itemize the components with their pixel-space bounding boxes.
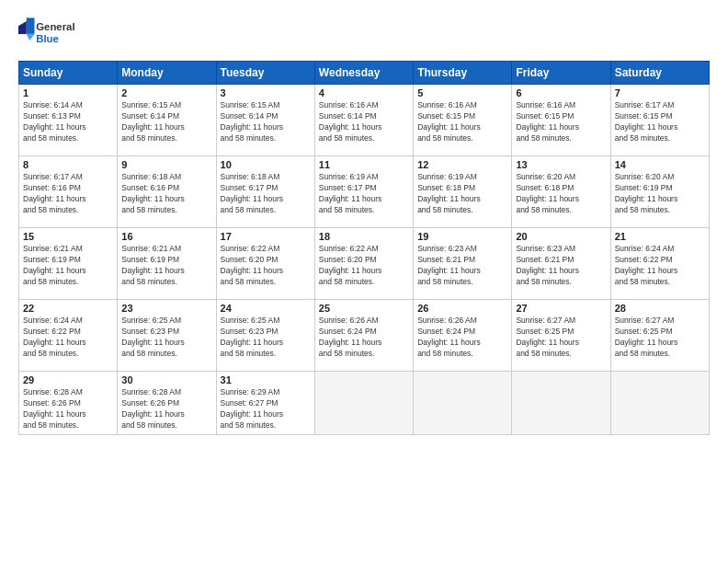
day-info: Sunrise: 6:20 AM Sunset: 6:19 PM Dayligh… — [615, 172, 705, 216]
day-number: 26 — [417, 303, 507, 314]
day-info: Sunrise: 6:26 AM Sunset: 6:24 PM Dayligh… — [319, 316, 409, 360]
calendar-day-cell — [512, 372, 610, 435]
calendar-day-cell: 13Sunrise: 6:20 AM Sunset: 6:18 PM Dayli… — [512, 156, 610, 228]
day-number: 4 — [319, 87, 409, 98]
weekday-header-saturday: Saturday — [610, 62, 709, 85]
day-number: 7 — [615, 87, 705, 98]
calendar-day-cell: 15Sunrise: 6:21 AM Sunset: 6:19 PM Dayli… — [19, 228, 118, 300]
day-info: Sunrise: 6:21 AM Sunset: 6:19 PM Dayligh… — [121, 244, 211, 288]
day-number: 16 — [121, 231, 211, 242]
day-info: Sunrise: 6:17 AM Sunset: 6:16 PM Dayligh… — [23, 172, 113, 216]
calendar-day-cell: 11Sunrise: 6:19 AM Sunset: 6:17 PM Dayli… — [314, 156, 413, 228]
weekday-header-sunday: Sunday — [19, 62, 118, 85]
day-info: Sunrise: 6:22 AM Sunset: 6:20 PM Dayligh… — [319, 244, 409, 288]
day-number: 28 — [615, 303, 705, 314]
svg-marker-4 — [18, 21, 27, 34]
day-number: 5 — [417, 87, 507, 98]
day-number: 1 — [23, 87, 113, 98]
day-number: 31 — [221, 374, 311, 385]
calendar-day-cell: 28Sunrise: 6:27 AM Sunset: 6:25 PM Dayli… — [610, 300, 709, 372]
day-number: 9 — [121, 159, 211, 170]
day-info: Sunrise: 6:18 AM Sunset: 6:17 PM Dayligh… — [221, 172, 311, 216]
svg-text:General: General — [36, 21, 74, 32]
calendar-day-cell: 23Sunrise: 6:25 AM Sunset: 6:23 PM Dayli… — [118, 300, 216, 372]
day-info: Sunrise: 6:27 AM Sunset: 6:25 PM Dayligh… — [516, 316, 606, 360]
calendar-day-cell: 2Sunrise: 6:15 AM Sunset: 6:14 PM Daylig… — [118, 85, 216, 156]
logo: General Blue — [18, 15, 83, 52]
day-info: Sunrise: 6:21 AM Sunset: 6:19 PM Dayligh… — [23, 244, 113, 288]
calendar-header-row: SundayMondayTuesdayWednesdayThursdayFrid… — [19, 62, 710, 85]
day-info: Sunrise: 6:15 AM Sunset: 6:14 PM Dayligh… — [121, 100, 211, 144]
day-info: Sunrise: 6:28 AM Sunset: 6:26 PM Dayligh… — [23, 387, 113, 431]
calendar-day-cell: 27Sunrise: 6:27 AM Sunset: 6:25 PM Dayli… — [512, 300, 610, 372]
day-number: 20 — [516, 231, 606, 242]
day-number: 24 — [221, 303, 311, 314]
day-info: Sunrise: 6:20 AM Sunset: 6:18 PM Dayligh… — [516, 172, 606, 216]
day-info: Sunrise: 6:15 AM Sunset: 6:14 PM Dayligh… — [221, 100, 311, 144]
day-number: 11 — [319, 159, 409, 170]
day-number: 30 — [121, 374, 211, 385]
day-info: Sunrise: 6:27 AM Sunset: 6:25 PM Dayligh… — [615, 316, 705, 360]
day-number: 15 — [23, 231, 113, 242]
day-number: 19 — [417, 231, 507, 242]
calendar-day-cell: 6Sunrise: 6:16 AM Sunset: 6:15 PM Daylig… — [512, 85, 610, 156]
calendar-day-cell: 22Sunrise: 6:24 AM Sunset: 6:22 PM Dayli… — [19, 300, 118, 372]
calendar-day-cell: 29Sunrise: 6:28 AM Sunset: 6:26 PM Dayli… — [19, 372, 118, 435]
day-number: 8 — [23, 159, 113, 170]
day-info: Sunrise: 6:16 AM Sunset: 6:15 PM Dayligh… — [417, 100, 507, 144]
day-info: Sunrise: 6:23 AM Sunset: 6:21 PM Dayligh… — [516, 244, 606, 288]
day-info: Sunrise: 6:29 AM Sunset: 6:27 PM Dayligh… — [221, 387, 311, 431]
day-info: Sunrise: 6:17 AM Sunset: 6:15 PM Dayligh… — [615, 100, 705, 144]
weekday-header-monday: Monday — [118, 62, 216, 85]
day-number: 29 — [23, 374, 113, 385]
day-number: 12 — [417, 159, 507, 170]
header: General Blue — [18, 15, 710, 52]
calendar-day-cell: 9Sunrise: 6:18 AM Sunset: 6:16 PM Daylig… — [118, 156, 216, 228]
day-number: 21 — [615, 231, 705, 242]
day-info: Sunrise: 6:24 AM Sunset: 6:22 PM Dayligh… — [23, 316, 113, 360]
calendar-day-cell: 17Sunrise: 6:22 AM Sunset: 6:20 PM Dayli… — [216, 228, 314, 300]
general-blue-logo-icon: General Blue — [18, 15, 83, 52]
day-info: Sunrise: 6:19 AM Sunset: 6:17 PM Dayligh… — [319, 172, 409, 216]
day-number: 23 — [121, 303, 211, 314]
calendar-week-row: 1Sunrise: 6:14 AM Sunset: 6:13 PM Daylig… — [19, 85, 710, 156]
day-info: Sunrise: 6:24 AM Sunset: 6:22 PM Dayligh… — [615, 244, 705, 288]
day-info: Sunrise: 6:26 AM Sunset: 6:24 PM Dayligh… — [417, 316, 507, 360]
calendar-day-cell: 7Sunrise: 6:17 AM Sunset: 6:15 PM Daylig… — [610, 85, 709, 156]
calendar-day-cell: 18Sunrise: 6:22 AM Sunset: 6:20 PM Dayli… — [314, 228, 413, 300]
calendar-day-cell — [610, 372, 709, 435]
day-number: 6 — [516, 87, 606, 98]
calendar-week-row: 8Sunrise: 6:17 AM Sunset: 6:16 PM Daylig… — [19, 156, 710, 228]
day-info: Sunrise: 6:16 AM Sunset: 6:15 PM Dayligh… — [516, 100, 606, 144]
day-info: Sunrise: 6:25 AM Sunset: 6:23 PM Dayligh… — [221, 316, 311, 360]
svg-marker-2 — [27, 17, 35, 34]
day-info: Sunrise: 6:23 AM Sunset: 6:21 PM Dayligh… — [417, 244, 507, 288]
day-info: Sunrise: 6:28 AM Sunset: 6:26 PM Dayligh… — [121, 387, 211, 431]
calendar-day-cell: 8Sunrise: 6:17 AM Sunset: 6:16 PM Daylig… — [19, 156, 118, 228]
day-number: 3 — [221, 87, 311, 98]
day-info: Sunrise: 6:25 AM Sunset: 6:23 PM Dayligh… — [121, 316, 211, 360]
day-number: 18 — [319, 231, 409, 242]
day-number: 13 — [516, 159, 606, 170]
day-info: Sunrise: 6:16 AM Sunset: 6:14 PM Dayligh… — [319, 100, 409, 144]
day-number: 10 — [221, 159, 311, 170]
weekday-header-wednesday: Wednesday — [314, 62, 413, 85]
calendar-day-cell: 30Sunrise: 6:28 AM Sunset: 6:26 PM Dayli… — [118, 372, 216, 435]
day-number: 22 — [23, 303, 113, 314]
day-number: 14 — [615, 159, 705, 170]
day-number: 2 — [121, 87, 211, 98]
day-info: Sunrise: 6:18 AM Sunset: 6:16 PM Dayligh… — [121, 172, 211, 216]
day-number: 17 — [221, 231, 311, 242]
calendar-week-row: 15Sunrise: 6:21 AM Sunset: 6:19 PM Dayli… — [19, 228, 710, 300]
calendar-day-cell — [414, 372, 512, 435]
calendar-week-row: 29Sunrise: 6:28 AM Sunset: 6:26 PM Dayli… — [19, 372, 710, 435]
day-number: 27 — [516, 303, 606, 314]
calendar-day-cell: 12Sunrise: 6:19 AM Sunset: 6:18 PM Dayli… — [414, 156, 512, 228]
calendar-day-cell — [314, 372, 413, 435]
calendar-day-cell: 3Sunrise: 6:15 AM Sunset: 6:14 PM Daylig… — [216, 85, 314, 156]
calendar-day-cell: 26Sunrise: 6:26 AM Sunset: 6:24 PM Dayli… — [414, 300, 512, 372]
day-number: 25 — [319, 303, 409, 314]
calendar-day-cell: 31Sunrise: 6:29 AM Sunset: 6:27 PM Dayli… — [216, 372, 314, 435]
weekday-header-friday: Friday — [512, 62, 610, 85]
page: General Blue SundayMondayTuesdayWednesda… — [0, 0, 728, 563]
